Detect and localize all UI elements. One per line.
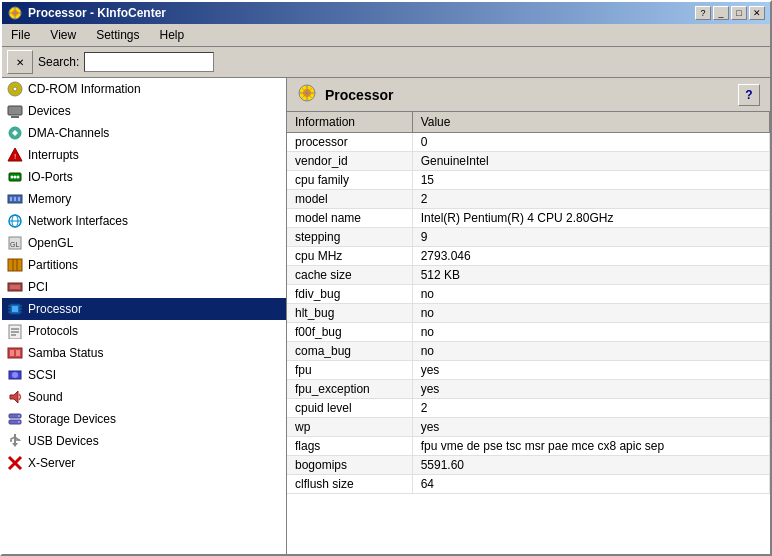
sidebar-item-storage[interactable]: Storage Devices xyxy=(2,408,286,430)
col-value: Value xyxy=(412,112,769,133)
table-row: fpuyes xyxy=(287,361,770,380)
detail-table: Information Value processor0vendor_idGen… xyxy=(287,112,770,554)
back-button[interactable]: ✕ xyxy=(7,50,33,74)
table-row: model2 xyxy=(287,190,770,209)
sidebar-item-xserver[interactable]: X-Server xyxy=(2,452,286,474)
network-icon xyxy=(7,213,23,229)
sidebar-item-network[interactable]: Network Interfaces xyxy=(2,210,286,232)
scsi-icon xyxy=(7,367,23,383)
main-content: CD-ROM InformationDevicesDMA-Channels!In… xyxy=(2,78,770,554)
sidebar-item-dma[interactable]: DMA-Channels xyxy=(2,122,286,144)
memory-icon xyxy=(7,191,23,207)
sidebar-label-xserver: X-Server xyxy=(28,456,75,470)
info-key: processor xyxy=(287,133,412,152)
window-title: Processor - KInfoCenter xyxy=(28,6,166,20)
storage-icon xyxy=(7,411,23,427)
sidebar-item-samba[interactable]: Samba Status xyxy=(2,342,286,364)
svg-point-45 xyxy=(12,372,18,378)
info-value: 5591.60 xyxy=(412,456,769,475)
table-row: stepping9 xyxy=(287,228,770,247)
sidebar-label-protocols: Protocols xyxy=(28,324,78,338)
svg-rect-16 xyxy=(10,197,12,201)
svg-rect-43 xyxy=(16,350,20,356)
minimize-button[interactable]: _ xyxy=(713,6,729,20)
sidebar-label-opengl: OpenGL xyxy=(28,236,73,250)
sidebar-item-usb[interactable]: USB Devices xyxy=(2,430,286,452)
svg-rect-42 xyxy=(10,350,14,356)
sidebar-label-io-ports: IO-Ports xyxy=(28,170,73,184)
maximize-button[interactable]: □ xyxy=(731,6,747,20)
close-button[interactable]: ✕ xyxy=(749,6,765,20)
sidebar-item-io-ports[interactable]: IO-Ports xyxy=(2,166,286,188)
info-value: no xyxy=(412,304,769,323)
svg-rect-6 xyxy=(8,106,22,115)
sidebar-item-devices[interactable]: Devices xyxy=(2,100,286,122)
interrupts-icon: ! xyxy=(7,147,23,163)
menu-file[interactable]: File xyxy=(6,26,35,44)
partitions-icon xyxy=(7,257,23,273)
menubar: File View Settings Help xyxy=(2,24,770,47)
svg-rect-18 xyxy=(18,197,20,201)
svg-point-12 xyxy=(11,176,14,179)
table-row: processor0 xyxy=(287,133,770,152)
info-key: fdiv_bug xyxy=(287,285,412,304)
sidebar-item-partitions[interactable]: Partitions xyxy=(2,254,286,276)
info-value: yes xyxy=(412,380,769,399)
sidebar-label-interrupts: Interrupts xyxy=(28,148,79,162)
info-key: vendor_id xyxy=(287,152,412,171)
info-value: yes xyxy=(412,418,769,437)
info-value: no xyxy=(412,323,769,342)
sidebar-label-memory: Memory xyxy=(28,192,71,206)
sidebar-item-cdrom[interactable]: CD-ROM Information xyxy=(2,78,286,100)
svg-text:GL: GL xyxy=(10,241,19,248)
table-row: hlt_bugno xyxy=(287,304,770,323)
opengl-icon: GL xyxy=(7,235,23,251)
pci-icon xyxy=(7,279,23,295)
table-row: vendor_idGenuineIntel xyxy=(287,152,770,171)
menu-view[interactable]: View xyxy=(45,26,81,44)
sidebar-item-opengl[interactable]: GLOpenGL xyxy=(2,232,286,254)
io-ports-icon xyxy=(7,169,23,185)
menu-settings[interactable]: Settings xyxy=(91,26,144,44)
svg-point-5 xyxy=(13,87,17,91)
detail-pane: Processor ? Information Value processor0… xyxy=(287,78,770,554)
sidebar-item-protocols[interactable]: Protocols xyxy=(2,320,286,342)
detail-help-button[interactable]: ? xyxy=(738,84,760,106)
sidebar: CD-ROM InformationDevicesDMA-Channels!In… xyxy=(2,78,287,554)
sound-icon xyxy=(7,389,23,405)
info-value: 2793.046 xyxy=(412,247,769,266)
sidebar-item-processor[interactable]: Processor xyxy=(2,298,286,320)
table-row: cpu MHz2793.046 xyxy=(287,247,770,266)
sidebar-item-pci[interactable]: PCI xyxy=(2,276,286,298)
table-row: coma_bugno xyxy=(287,342,770,361)
info-key: clflush size xyxy=(287,475,412,494)
sidebar-item-interrupts[interactable]: !Interrupts xyxy=(2,144,286,166)
sidebar-item-scsi[interactable]: SCSI xyxy=(2,364,286,386)
samba-icon xyxy=(7,345,23,361)
svg-point-14 xyxy=(17,176,20,179)
info-key: fpu_exception xyxy=(287,380,412,399)
info-key: fpu xyxy=(287,361,412,380)
search-input[interactable] xyxy=(84,52,214,72)
help-title-button[interactable]: ? xyxy=(695,6,711,20)
info-key: hlt_bug xyxy=(287,304,412,323)
table-row: model nameIntel(R) Pentium(R) 4 CPU 2.80… xyxy=(287,209,770,228)
info-value: no xyxy=(412,342,769,361)
xserver-icon xyxy=(7,455,23,471)
svg-point-49 xyxy=(18,421,20,423)
table-row: fdiv_bugno xyxy=(287,285,770,304)
main-window: Processor - KInfoCenter ? _ □ ✕ File Vie… xyxy=(0,0,772,556)
info-value: 15 xyxy=(412,171,769,190)
sidebar-label-dma: DMA-Channels xyxy=(28,126,109,140)
devices-icon xyxy=(7,103,23,119)
table-row: fpu_exceptionyes xyxy=(287,380,770,399)
detail-title: Processor xyxy=(297,83,393,106)
table-row: cpuid level2 xyxy=(287,399,770,418)
sidebar-label-devices: Devices xyxy=(28,104,71,118)
info-value: 64 xyxy=(412,475,769,494)
sidebar-label-samba: Samba Status xyxy=(28,346,103,360)
menu-help[interactable]: Help xyxy=(155,26,190,44)
sidebar-item-memory[interactable]: Memory xyxy=(2,188,286,210)
sidebar-item-sound[interactable]: Sound xyxy=(2,386,286,408)
svg-text:!: ! xyxy=(14,152,16,161)
